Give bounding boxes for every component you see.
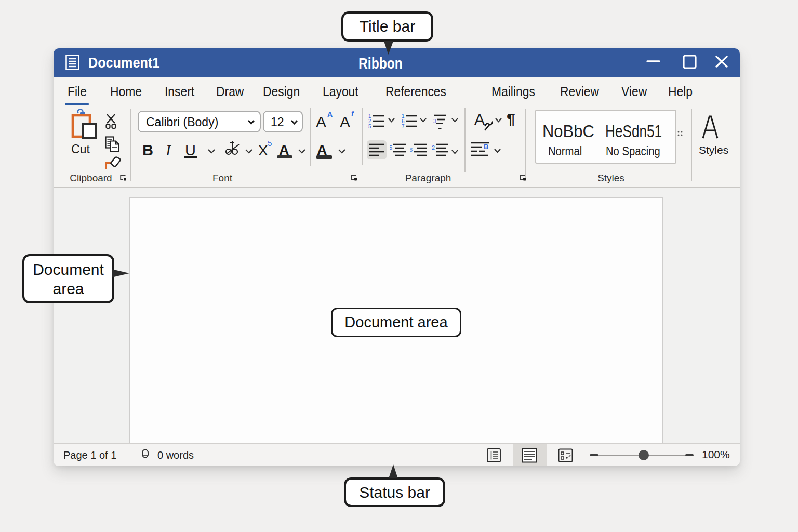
svg-text:2: 2 (432, 144, 435, 151)
svg-text:6: 6 (410, 147, 413, 153)
svg-text:5: 5 (390, 144, 392, 151)
svg-text:7: 7 (402, 124, 405, 129)
svg-text:A: A (474, 111, 485, 128)
svg-text:5: 5 (368, 124, 371, 129)
svg-text:B: B (484, 143, 488, 151)
